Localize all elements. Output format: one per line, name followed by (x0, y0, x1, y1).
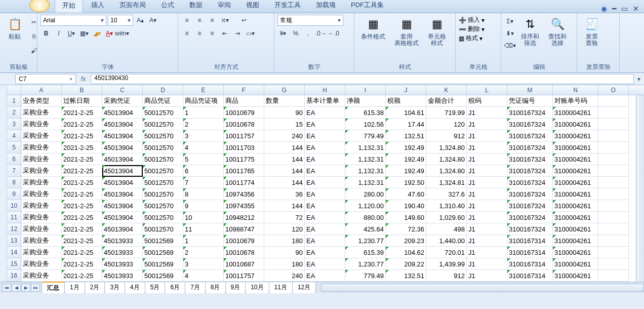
autosum-icon[interactable]: Σ▾ (504, 16, 515, 27)
horizontal-scrollbar[interactable] (321, 284, 644, 292)
data-cell[interactable]: 50012570 (143, 177, 183, 188)
data-cell[interactable]: 3100004261 (553, 247, 598, 258)
data-cell[interactable]: 2021-2-25 (62, 235, 102, 247)
data-cell[interactable]: 10011765 (224, 165, 264, 177)
data-cell[interactable]: EA (305, 107, 345, 119)
sheet-tab[interactable]: 1月 (64, 282, 85, 293)
data-cell[interactable]: 45013933 (102, 247, 143, 258)
decrease-font-icon[interactable]: A▾ (147, 15, 158, 26)
header-cell[interactable] (598, 95, 629, 107)
name-box[interactable]: C7▾ (15, 74, 76, 84)
data-cell[interactable]: 3100167324 (507, 130, 553, 142)
indent-increase-icon[interactable]: ⇥ (232, 28, 243, 39)
column-header[interactable]: O (598, 85, 629, 95)
data-cell[interactable]: 327.6 (426, 188, 467, 200)
data-cell[interactable]: 1,120.00 (345, 200, 386, 212)
expand-formula-icon[interactable]: ▾ (634, 75, 644, 83)
percent-icon[interactable]: % (290, 28, 301, 39)
data-cell[interactable]: 3100004261 (553, 142, 598, 153)
header-cell[interactable]: 商品凭证项 (183, 95, 224, 107)
column-header[interactable]: B (62, 85, 102, 95)
data-cell[interactable]: 11 (183, 223, 224, 235)
data-cell[interactable] (598, 258, 629, 270)
data-cell[interactable]: 47.60 (386, 188, 426, 200)
data-cell[interactable]: 3100004261 (553, 177, 598, 188)
data-cell[interactable]: J1 (467, 247, 507, 258)
data-cell[interactable]: 15 (264, 119, 305, 130)
data-cell[interactable]: 3100167324 (507, 188, 553, 200)
data-cell[interactable]: 2021-2-25 (62, 130, 102, 142)
currency-icon[interactable]: ¥▾ (277, 28, 289, 39)
row-header[interactable]: 3 (7, 119, 21, 130)
data-cell[interactable]: 45013933 (102, 258, 143, 270)
data-cell[interactable]: 3100004261 (553, 165, 598, 177)
data-cell[interactable] (598, 235, 629, 247)
sort-filter-button[interactable]: ⇅排序和 筛选 (517, 15, 543, 48)
header-cell[interactable]: 业务类型 (21, 95, 62, 107)
row-header[interactable]: 5 (7, 142, 21, 153)
header-cell[interactable]: 过帐日期 (62, 95, 102, 107)
row-header[interactable]: 14 (7, 247, 21, 258)
data-cell[interactable]: 10974355 (224, 200, 264, 212)
data-cell[interactable]: 2 (183, 119, 224, 130)
row-header[interactable]: 15 (7, 258, 21, 270)
data-cell[interactable]: 采购业务 (21, 130, 62, 142)
data-cell[interactable] (598, 142, 629, 153)
data-cell[interactable]: 2021-2-25 (62, 153, 102, 165)
format-cells-button[interactable]: ▦格式 ▾ (459, 34, 482, 43)
data-cell[interactable]: EA (305, 258, 345, 270)
data-cell[interactable]: 10010678 (224, 247, 264, 258)
office-button[interactable] (29, 0, 50, 12)
row-header[interactable]: 7 (7, 165, 21, 177)
data-cell[interactable]: 1,324.81 (426, 177, 467, 188)
data-cell[interactable]: 1,132.31 (345, 142, 386, 153)
data-cell[interactable]: J1 (467, 130, 507, 142)
tab-nav-last-icon[interactable]: ⏭ (31, 284, 40, 292)
data-cell[interactable]: 144 (264, 153, 305, 165)
find-select-button[interactable]: 🔍查找和 选择 (545, 15, 570, 48)
data-cell[interactable] (598, 247, 629, 258)
data-cell[interactable]: 2 (183, 247, 224, 258)
row-header[interactable]: 12 (7, 223, 21, 235)
data-cell[interactable]: 2021-2-25 (62, 177, 102, 188)
data-cell[interactable]: 1,440.00 (426, 235, 467, 247)
data-cell[interactable]: 45013904 (102, 153, 143, 165)
data-cell[interactable]: 192.50 (386, 177, 426, 188)
data-cell[interactable]: 104.61 (386, 107, 426, 119)
data-cell[interactable]: EA (305, 223, 345, 235)
data-cell[interactable]: 9 (183, 200, 224, 212)
data-cell[interactable]: EA (305, 119, 345, 130)
cell-styles-button[interactable]: ▦单元格 样式 (424, 15, 450, 48)
ribbon-tab-3[interactable]: 公式 (154, 0, 181, 13)
data-cell[interactable]: 3100167314 (507, 247, 553, 258)
data-cell[interactable] (598, 130, 629, 142)
data-cell[interactable]: 3100167324 (507, 165, 553, 177)
data-cell[interactable]: 采购业务 (21, 212, 62, 223)
vertical-scrollbar[interactable] (636, 95, 644, 282)
data-cell[interactable]: 10988747 (224, 223, 264, 235)
column-header[interactable]: J (386, 85, 426, 95)
column-header[interactable]: I (345, 85, 386, 95)
header-cell[interactable]: 税码 (467, 95, 507, 107)
data-cell[interactable]: 10010679 (224, 107, 264, 119)
data-cell[interactable]: 240 (264, 130, 305, 142)
data-cell[interactable]: 17.44 (386, 119, 426, 130)
increase-decimal-icon[interactable]: .0→ (315, 28, 327, 39)
data-cell[interactable]: EA (305, 188, 345, 200)
data-cell[interactable]: 719.99 (426, 107, 467, 119)
data-cell[interactable]: EA (305, 200, 345, 212)
data-cell[interactable]: 3100004261 (553, 119, 598, 130)
data-cell[interactable]: 50012569 (143, 270, 183, 282)
data-cell[interactable]: 149.60 (386, 212, 426, 223)
data-cell[interactable]: J1 (467, 119, 507, 130)
data-cell[interactable]: 3100004261 (553, 258, 598, 270)
data-cell[interactable]: J1 (467, 142, 507, 153)
data-cell[interactable]: 采购业务 (21, 188, 62, 200)
sheet-tab[interactable]: 3月 (104, 282, 125, 293)
data-cell[interactable]: 10 (183, 212, 224, 223)
data-cell[interactable]: 采购业务 (21, 119, 62, 130)
conditional-format-button[interactable]: ▦条件格式 (357, 15, 389, 42)
insert-cells-button[interactable]: ➕插入 ▾ (459, 16, 485, 24)
data-cell[interactable]: 10974356 (224, 188, 264, 200)
column-header[interactable]: M (507, 85, 553, 95)
